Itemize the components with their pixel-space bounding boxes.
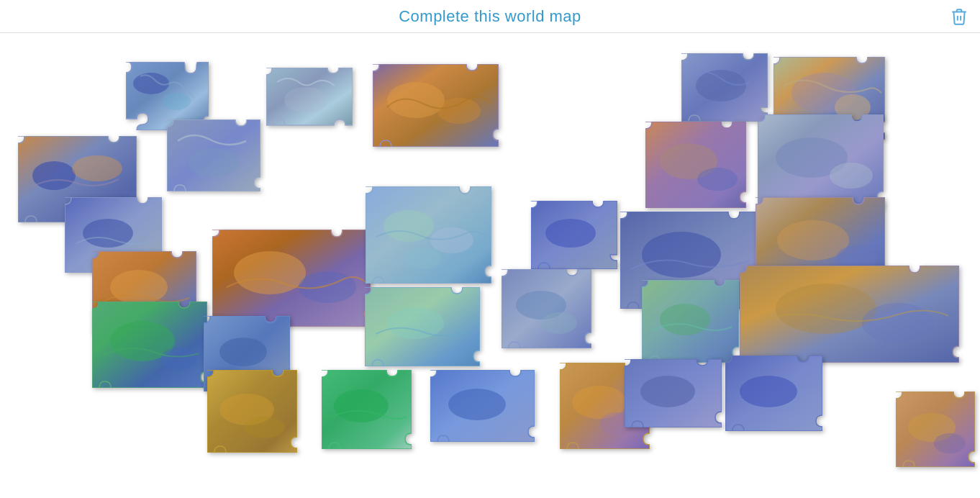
trash-icon [950,17,968,28]
puzzle-piece[interactable] [725,356,822,431]
puzzle-piece[interactable] [167,119,260,191]
trash-button[interactable] [950,7,968,28]
svg-point-24 [830,163,873,189]
svg-point-2 [284,87,327,113]
puzzle-piece[interactable] [896,391,975,467]
svg-point-9 [72,155,122,181]
page-title: Complete this world map [399,7,581,26]
svg-point-0 [133,73,169,94]
svg-point-22 [697,168,738,191]
puzzle-piece[interactable] [645,122,746,208]
svg-point-17 [545,219,596,248]
svg-point-31 [110,270,168,304]
puzzle-piece[interactable] [502,269,591,348]
puzzle-piece[interactable] [207,370,297,453]
puzzle-piece[interactable] [322,370,412,449]
puzzle-piece[interactable] [430,370,535,442]
svg-point-33 [160,348,196,371]
svg-point-8 [32,161,76,190]
svg-point-18 [386,307,444,339]
svg-point-16 [405,248,441,269]
svg-point-4 [437,98,481,124]
svg-point-44 [640,376,695,407]
svg-point-12 [234,251,306,294]
puzzle-piece[interactable] [758,114,884,208]
puzzle-piece[interactable] [92,302,207,388]
svg-point-10 [189,148,239,177]
puzzle-piece[interactable] [531,201,617,269]
puzzle-area [0,33,980,498]
puzzle-piece[interactable] [365,287,480,366]
svg-point-1 [162,93,191,110]
puzzle-piece[interactable] [366,186,491,284]
svg-point-34 [219,338,267,366]
svg-point-20 [541,312,577,334]
svg-point-25 [642,232,721,278]
svg-point-30 [862,303,934,343]
svg-point-43 [934,433,966,453]
puzzle-piece[interactable] [373,64,499,147]
puzzle-piece[interactable] [625,359,722,427]
svg-point-28 [660,304,710,335]
svg-point-37 [334,389,389,422]
puzzle-piece[interactable] [212,230,371,327]
puzzle-piece[interactable] [642,280,739,363]
svg-point-41 [740,376,797,407]
svg-point-13 [299,271,356,303]
puzzle-piece[interactable] [681,53,768,122]
svg-point-15 [430,227,473,253]
svg-point-36 [245,417,285,438]
puzzle-piece[interactable] [740,266,959,363]
app-header: Complete this world map [0,0,980,33]
svg-point-29 [776,284,876,334]
svg-point-38 [448,389,506,420]
puzzle-piece[interactable] [266,68,353,132]
